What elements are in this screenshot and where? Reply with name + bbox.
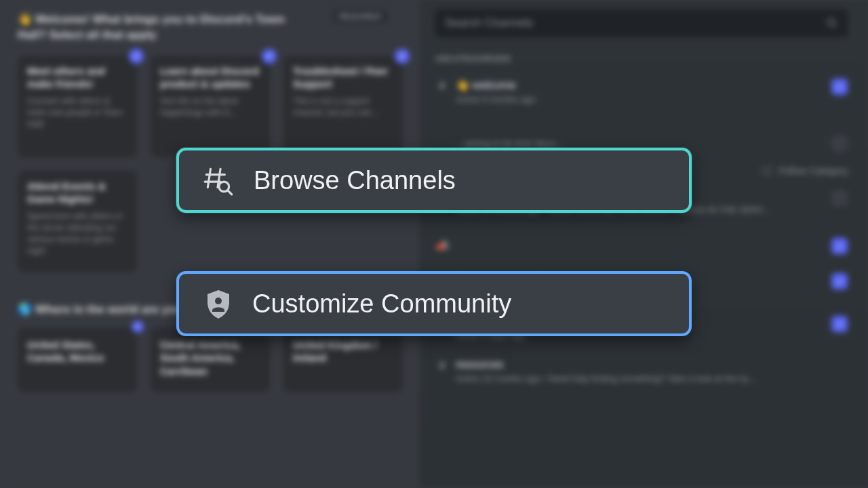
follow-label: Follow Category [779, 165, 848, 176]
location-card[interactable]: ✓ United States, Canada, Mexico [18, 327, 137, 392]
location-cards: ✓ United States, Canada, Mexico Central … [18, 327, 403, 392]
channel-row[interactable]: # resources Active 10 months agoNeed hel… [435, 352, 848, 394]
channel-browser-panel: UNCATEGORIZED # 👋-welcome Active 9 month… [420, 0, 868, 488]
required-badge: REQUIRED [332, 9, 388, 23]
check-icon: ✓ [395, 49, 410, 64]
svg-point-8 [215, 298, 222, 304]
channel-list: # 👋-welcome Active 9 months ago ✓ …aimin… [435, 72, 848, 394]
check-icon: ✓ [132, 321, 144, 333]
onboarding-panel: 👋 Welcome! What brings you to Discord's … [0, 0, 420, 488]
hash-icon: # [435, 360, 449, 372]
onboard-card[interactable]: ✓ Learn about Discord product & updates … [151, 56, 270, 157]
browse-channels-button[interactable]: Browse Channels [176, 148, 692, 213]
category-label: UNCATEGORIZED [435, 54, 848, 64]
onboard-card[interactable]: Attend Events & Game Nights! Spend time … [18, 171, 137, 272]
channel-checkbox[interactable]: ✓ [831, 273, 848, 289]
svg-line-7 [228, 190, 232, 195]
channel-sub: Active 9 months ago [456, 94, 536, 104]
channel-checkbox[interactable]: ✓ [831, 316, 848, 332]
channel-checkbox[interactable]: ✓ [831, 238, 848, 254]
channel-extra: …aiming to be from disco… [456, 138, 564, 148]
card-desc: This is not a support channel, but you c… [293, 96, 393, 119]
megaphone-icon: 📣 [435, 239, 449, 252]
svg-point-0 [827, 18, 835, 26]
card-title: Meet others and make friends! [27, 65, 127, 91]
channel-name: resources [456, 359, 757, 371]
check-icon: ✓ [262, 49, 277, 64]
location-card[interactable]: Central America, South America, Carribea… [151, 327, 270, 392]
card-title: Attend Events & Game Nights! [27, 180, 127, 206]
location-label: Central America, South America, Carribea… [160, 339, 241, 377]
location-card[interactable]: United Kingdom / Ireland [283, 327, 403, 392]
customize-community-label: Customize Community [252, 289, 511, 319]
location-label: United States, Canada, Mexico [27, 339, 104, 364]
card-title: Troubleshoot / Peer Support [293, 65, 393, 91]
follow-checkbox[interactable] [762, 165, 772, 176]
background-layer: 👋 Welcome! What brings you to Discord's … [0, 0, 868, 488]
svg-line-1 [833, 24, 836, 27]
customize-community-button[interactable]: Customize Community [176, 271, 692, 336]
onboarding-prompt: 👋 Welcome! What brings you to Discord's … [18, 12, 309, 43]
search-bar[interactable] [435, 9, 848, 37]
card-desc: Get info on the latest happenings with D… [160, 96, 260, 119]
channel-name: 👋-welcome [456, 79, 536, 92]
location-label: United Kingdom / Ireland [293, 339, 377, 364]
card-desc: Spend time with others in the server att… [27, 211, 127, 257]
browse-channels-label: Browse Channels [254, 166, 456, 195]
search-input[interactable] [445, 16, 826, 30]
channel-sub: Active 10 months agoNeed help finding so… [456, 373, 757, 384]
check-icon: ✓ [129, 49, 144, 64]
channel-checkbox[interactable] [831, 136, 848, 152]
svg-line-2 [208, 169, 210, 187]
search-icon [826, 17, 838, 29]
card-title: Learn about Discord product & updates [160, 65, 260, 91]
channel-checkbox[interactable]: ✓ [831, 79, 848, 95]
hash-search-icon [202, 163, 236, 197]
hash-icon: # [435, 80, 449, 92]
channel-row[interactable]: 📣 ✓ [435, 226, 848, 266]
shield-user-icon [202, 287, 235, 320]
onboard-card[interactable]: ✓ Meet others and make friends! Connect … [18, 56, 137, 157]
channel-checkbox[interactable] [831, 190, 848, 206]
card-desc: Connect with others & meet new people in… [27, 96, 127, 130]
channel-row[interactable]: # 👋-welcome Active 9 months ago ✓ [435, 72, 848, 115]
onboard-card[interactable]: ✓ Troubleshoot / Peer Support This is no… [283, 56, 403, 157]
